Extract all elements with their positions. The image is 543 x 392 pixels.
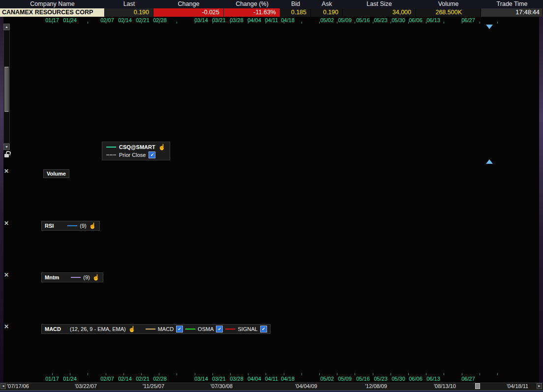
- close-icon: ✕: [4, 168, 9, 175]
- rsi-legend[interactable]: RSI (9) ☝: [41, 221, 100, 231]
- hand-drag-icon[interactable]: ☝: [89, 222, 96, 229]
- x-axis-label-top: 04/18: [281, 17, 295, 23]
- price-scroll-down-button[interactable]: ▼: [3, 144, 10, 150]
- x-axis-label-top: 02/07: [100, 17, 114, 23]
- x-axis-tick: [462, 22, 462, 24]
- x-axis-tick: [141, 373, 142, 375]
- quote-value-row: CANAMEX RESOURCES CORP 0.190 -0.025 -11.…: [0, 8, 543, 17]
- trading-terminal-window: Company Name Last Change Change (%) Bid …: [0, 0, 543, 392]
- signal-line-label: SIGNAL: [238, 326, 257, 332]
- x-axis-label-bottom: 05/09: [338, 376, 352, 382]
- close-macd-panel-button[interactable]: ✕: [3, 323, 10, 330]
- x-axis-tick: [497, 22, 498, 24]
- down-arrow-icon: ▼: [5, 145, 8, 149]
- x-axis-tick: [195, 373, 195, 375]
- x-axis-tick: [212, 22, 213, 24]
- scrollbar-date-label: '03/22/07: [75, 383, 97, 389]
- hand-drag-icon[interactable]: ☝: [158, 144, 166, 151]
- volume-value: 268.500K: [416, 8, 481, 17]
- price-high-marker-icon: [486, 25, 493, 29]
- price-scroll-up-button[interactable]: ▲: [3, 24, 10, 30]
- close-icon: ✕: [4, 323, 9, 330]
- x-axis-label-bottom: 01/24: [63, 376, 77, 382]
- hand-drag-icon[interactable]: ☝: [128, 326, 136, 332]
- rsi-period-label: (9): [80, 223, 86, 229]
- volume-panel-tag[interactable]: Volume: [43, 169, 69, 178]
- scrollbar-date-label: '04/04/09: [295, 383, 317, 389]
- x-axis-tick: [70, 22, 70, 24]
- x-axis-tick: [212, 373, 213, 375]
- macd-params-label: (12, 26, 9 - EMA, EMA): [70, 326, 126, 332]
- signal-checkbox[interactable]: ✔: [260, 326, 267, 332]
- x-axis-tick: [408, 373, 409, 375]
- scrollbar-date-label: '11/25/07: [143, 383, 164, 389]
- header-change: Change: [153, 0, 224, 8]
- mntm-line-sample: [71, 277, 81, 278]
- close-icon: ✕: [4, 220, 9, 227]
- x-axis-label-bottom: 02/14: [118, 376, 132, 382]
- close-mntm-panel-button[interactable]: ✕: [3, 271, 10, 278]
- scrollbar-date-label: '07/17/06: [7, 383, 29, 389]
- x-axis-label-top: 03/21: [212, 17, 226, 23]
- x-axis-tick: [88, 373, 88, 375]
- prior-close-line-sample: [106, 154, 116, 155]
- x-axis-tick: [426, 373, 426, 375]
- header-change-pct: Change (%): [224, 0, 280, 8]
- x-axis-label-top: 04/11: [265, 17, 278, 23]
- x-axis-label-top: 05/09: [338, 17, 352, 23]
- x-axis-tick: [462, 373, 462, 375]
- header-bid: Bid: [280, 0, 311, 8]
- osma-checkbox[interactable]: ✔: [216, 326, 223, 332]
- x-axis-tick: [141, 22, 142, 24]
- hand-drag-icon[interactable]: ☝: [92, 274, 100, 281]
- close-icon: ✕: [4, 271, 9, 278]
- x-axis-tick: [52, 373, 53, 375]
- x-axis-tick: [426, 22, 426, 24]
- header-ask: Ask: [311, 0, 343, 8]
- quote-header-row: Company Name Last Change Change (%) Bid …: [0, 0, 543, 9]
- mntm-period-label: (9): [83, 274, 90, 280]
- x-axis-tick: [177, 373, 177, 375]
- mntm-legend[interactable]: Mntm (9) ☝: [41, 272, 103, 282]
- x-axis-tick: [70, 373, 70, 375]
- x-axis-tick: [106, 22, 106, 24]
- change-pct-value: -11.63%: [224, 8, 280, 17]
- x-axis-label-bottom: 06/06: [409, 376, 422, 382]
- x-axis-label-top: 05/23: [374, 17, 388, 23]
- scrollbar-date-label: '08/13/10: [434, 383, 456, 389]
- close-rsi-panel-button[interactable]: ✕: [3, 220, 10, 227]
- close-volume-panel-button[interactable]: ✕: [3, 168, 10, 175]
- mntm-label: Mntm: [45, 274, 59, 280]
- price-low-marker-icon: [486, 159, 493, 164]
- x-axis-label-bottom: 03/14: [194, 376, 208, 382]
- company-name-value: CANAMEX RESOURCES CORP: [0, 8, 105, 17]
- header-trade-time: Trade Time: [481, 0, 543, 8]
- x-axis-tick: [319, 373, 320, 375]
- check-icon: ✔: [218, 326, 222, 332]
- scroll-right-button[interactable]: ►: [537, 383, 542, 389]
- header-last-size: Last Size: [343, 0, 416, 8]
- macd-checkbox[interactable]: ✔: [176, 326, 183, 332]
- left-arrow-icon: ◄: [1, 384, 5, 388]
- x-axis-tick: [284, 373, 284, 375]
- volume-panel-label: Volume: [47, 171, 66, 177]
- x-axis-tick: [266, 373, 266, 375]
- time-scrollbar-thumb[interactable]: [475, 383, 480, 389]
- x-axis-label-top: 04/04: [247, 17, 261, 23]
- x-axis-label-bottom: 06/13: [426, 376, 440, 382]
- macd-legend[interactable]: MACD (12, 26, 9 - EMA, EMA) ☝ MACD ✔ OSM…: [41, 324, 271, 334]
- price-scrollbar-thumb[interactable]: [4, 66, 9, 112]
- x-axis-tick: [248, 22, 248, 24]
- x-axis-tick: [52, 22, 53, 24]
- x-axis-label-top: 06/13: [426, 17, 440, 23]
- x-axis-tick: [480, 22, 480, 24]
- right-arrow-icon: ►: [538, 384, 541, 388]
- x-axis-tick: [159, 22, 159, 24]
- x-axis-tick: [355, 373, 355, 375]
- price-legend[interactable]: CSQ@SMART ☝ Prior Close ✔: [102, 142, 170, 160]
- scrollbar-date-label: '07/30/08: [211, 383, 233, 389]
- scroll-left-button[interactable]: ◄: [0, 383, 6, 389]
- price-series-label: CSQ@SMART: [119, 144, 155, 150]
- prior-close-checkbox[interactable]: ✔: [149, 151, 155, 158]
- x-axis-tick: [497, 373, 498, 375]
